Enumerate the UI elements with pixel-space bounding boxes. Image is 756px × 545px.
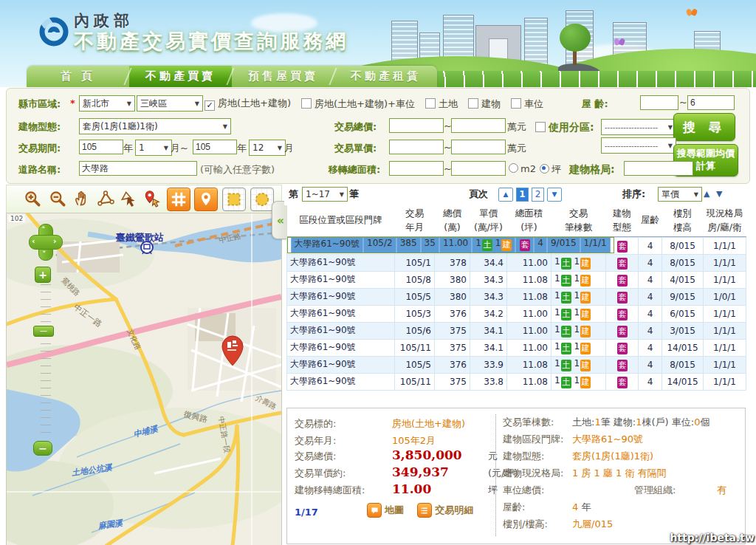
tab-首 頁[interactable]: 首 頁 — [27, 66, 129, 87]
road-map-icon[interactable] — [167, 188, 190, 211]
chevron-down-icon: ▼ — [278, 145, 282, 151]
age-label: 屋 齡: — [582, 97, 608, 111]
detail-value: 土地: — [572, 417, 594, 428]
building-type-select[interactable]: 套房(1房(1廳)1衛)▼ — [79, 118, 231, 134]
area-to-input[interactable] — [451, 161, 506, 176]
m2-radio[interactable]: m2 — [509, 163, 536, 174]
unit-price-from-input[interactable] — [389, 140, 444, 154]
detail-map-button[interactable]: 地圖 — [367, 503, 404, 518]
period-to-month-select[interactable]: 12▼ — [249, 140, 286, 156]
rect-select-icon[interactable] — [222, 188, 246, 211]
zoning-select[interactable]: --------------------▼ — [601, 119, 676, 135]
map-pan-control[interactable]: ˄ ˅ ‹ › — [29, 224, 61, 259]
district-select[interactable]: 三峽區▼ — [137, 95, 203, 112]
total-price-label: 交易總價: — [334, 120, 377, 134]
count-range-select[interactable]: 1~17▼ — [302, 187, 348, 202]
table-row[interactable]: 大學路61~90號105/1137534.111.001土 1建套414/015… — [287, 339, 746, 356]
tab-不動產買賣[interactable]: 不動產買賣 — [129, 66, 232, 87]
table-row[interactable]: 大學路61~90號105/537633.911.081土 1建套48/0151/… — [287, 356, 746, 373]
building-type-badge: 套 — [617, 275, 628, 287]
column-header: 現況格局房/廳/衛 — [704, 205, 746, 236]
total-price-to-input[interactable] — [451, 118, 506, 133]
period-from-month-select[interactable]: 1▼ — [135, 140, 172, 156]
checkbox-車位[interactable]: 車位 — [511, 97, 543, 111]
building-type-badge: 套 — [617, 241, 628, 253]
map-scale-label: 102 — [8, 215, 25, 222]
pan-hand-icon[interactable] — [71, 188, 93, 210]
table-row[interactable]: 大學路61~90號105/137834.411.001土 1建套48/0151/… — [287, 254, 746, 271]
zoning-checkbox[interactable] — [535, 122, 546, 132]
period-from-year-input[interactable] — [79, 140, 123, 154]
sort-select[interactable]: 單價▼ — [658, 187, 702, 202]
map-zoom-out-button[interactable]: − — [33, 441, 52, 456]
land-badge: 土 — [482, 239, 492, 251]
detail-value: 11.00 — [392, 481, 431, 496]
age-from-input[interactable] — [640, 95, 678, 110]
checkbox-icon[interactable] — [425, 98, 436, 109]
map[interactable]: 臺鐵鶯歌站鶯桃路中正一路文化路復興路中正路介壽路中正路一段中埔溪土地公坑溪麻園溪… — [6, 213, 282, 545]
checkbox-建物[interactable]: 建物 — [468, 97, 501, 111]
detail-label: 交易年月: — [295, 435, 336, 446]
map-zoom-handle[interactable]: — — [33, 326, 54, 337]
table-row[interactable]: 大學路61~90號105/337634.211.001土 1建套46/0151/… — [287, 305, 746, 322]
checkbox-房地(土地+建物)+車位[interactable]: 房地(土地+建物)+車位 — [301, 97, 415, 111]
table-row[interactable]: 大學路61~90號105/538034.311.081土 1建套49/0151/… — [287, 288, 746, 305]
map-zoom-in-button[interactable]: + — [35, 267, 51, 283]
zoning-select-2[interactable]: --------------------▼ — [601, 137, 676, 154]
detail-list-button[interactable]: 交易明細 — [417, 503, 473, 518]
zoom-in-icon[interactable] — [21, 188, 44, 210]
age-to-input[interactable] — [687, 95, 735, 110]
unit-price-to-input[interactable] — [451, 140, 506, 154]
table-row[interactable]: 大學路61~90號105/1137533.811.081土 1建套414/015… — [287, 373, 746, 390]
land-badge: 土 — [561, 309, 571, 321]
detail-value: 年 — [578, 501, 591, 513]
detail-label: 建物區段門牌: — [503, 433, 572, 446]
tab-不動產租賃[interactable]: 不動產租賃 — [334, 66, 437, 87]
column-header: 總價(萬) — [435, 205, 470, 236]
page-up-button[interactable]: ▲ — [498, 188, 513, 202]
pan-up-icon: ˄ — [41, 226, 46, 234]
checkbox-icon[interactable] — [468, 98, 478, 109]
page-number-2[interactable]: 2 — [532, 188, 544, 202]
building-layout-input[interactable] — [624, 161, 693, 176]
tab-預售屋買賣[interactable]: 預售屋買賣 — [232, 66, 334, 87]
map-zoom-track[interactable] — [41, 284, 51, 439]
site-title: 不動產交易實價查詢服務網 — [74, 28, 348, 55]
land-badge: 土 — [561, 377, 571, 388]
sort-desc-button[interactable]: ▼ — [716, 189, 722, 199]
pin-select-icon[interactable] — [141, 188, 163, 210]
road-input[interactable] — [79, 161, 197, 176]
table-row[interactable]: 大學路61~90號105/838034.311.081土 1建套44/0151/… — [287, 271, 746, 288]
total-price-from-input[interactable] — [389, 118, 444, 133]
zoom-out-icon[interactable] — [47, 188, 69, 210]
table-row[interactable]: 大學路61~90號105/637534.111.001土 1建套43/0151/… — [287, 322, 746, 339]
circle-select-icon[interactable] — [250, 188, 274, 211]
checkbox-房地(土地+建物)[interactable]: ✓房地(土地+建物) — [205, 97, 291, 111]
checkbox-土地[interactable]: 土地 — [425, 97, 458, 111]
locate-pin-icon[interactable] — [194, 188, 218, 211]
sort-asc-button[interactable]: ▲ — [704, 189, 709, 199]
checkbox-icon[interactable] — [301, 98, 312, 109]
detail-value: 1 房 1 廳 1 衛 有隔間 — [572, 467, 667, 479]
checkbox-icon[interactable]: ✓ — [205, 100, 215, 111]
detail-label: 交易筆棟數: — [503, 416, 572, 429]
unit-price-label: 交易單價: — [334, 142, 377, 155]
page-down-button[interactable]: ▼ — [547, 188, 562, 202]
county-select[interactable]: 新北市▼ — [79, 95, 135, 112]
page-number-1[interactable]: 1 — [516, 188, 529, 202]
select-arrow-icon[interactable] — [117, 188, 140, 210]
detail-row: 屋齡:4 年 — [503, 501, 591, 514]
period-to-year-input[interactable] — [193, 140, 237, 154]
list-icon — [417, 503, 432, 518]
zoning-label: 使用分區: — [549, 121, 594, 134]
search-button[interactable]: 搜 尋 — [673, 113, 735, 141]
detail-value: 房地(土地+建物) — [392, 417, 465, 431]
detail-row: 建物型態:套房(1房(1廳)1衛) — [503, 450, 653, 463]
land-badge: 土 — [561, 258, 571, 270]
area-from-input[interactable] — [389, 161, 444, 176]
table-row[interactable]: 大學路61~90號105/23853511.001土 1建套49/0151/1/… — [287, 237, 614, 253]
map-bubble-icon — [367, 503, 382, 518]
checkbox-icon[interactable] — [511, 98, 521, 109]
ping-radio[interactable]: 坪 — [540, 163, 561, 176]
measure-polygon-icon[interactable] — [94, 188, 117, 210]
